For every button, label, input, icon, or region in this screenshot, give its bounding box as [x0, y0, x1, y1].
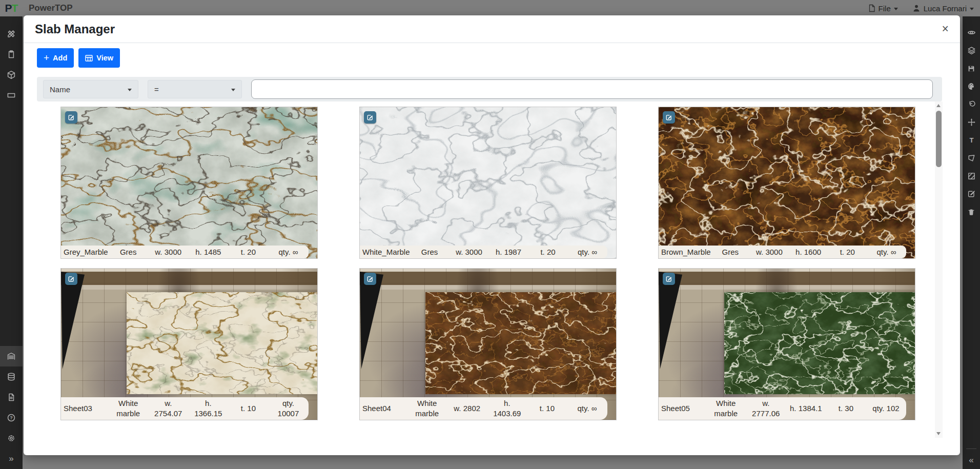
cube-icon — [7, 70, 16, 79]
edit-slab-button[interactable] — [364, 273, 376, 285]
slab-rectangle-button[interactable] — [0, 85, 23, 106]
slab-info-bar: White_Marble Gres w. 3000 h. 1987 t. 20 … — [360, 246, 607, 258]
slab-width: w. 2777.06 — [746, 398, 786, 419]
database-button[interactable] — [0, 366, 23, 387]
slab-card[interactable]: Sheet03 White marble w. 2754.07 h. 1366.… — [60, 268, 318, 420]
slab-info-bar: Grey_Marble Gres w. 3000 h. 1485 t. 20 q… — [61, 246, 309, 258]
edit-tool-button[interactable] — [963, 185, 980, 203]
app-logo: PT — [0, 2, 23, 14]
clipboard-icon — [7, 50, 16, 59]
topbar-right: File Luca Fornari — [868, 4, 980, 13]
slab-quantity: qty. ∞ — [867, 247, 906, 257]
slab-card[interactable]: Brown_Marble Gres w. 3000 h. 1600 t. 20 … — [658, 107, 915, 259]
slab-quantity: qty. ∞ — [268, 247, 308, 257]
edit-slab-button[interactable] — [65, 111, 77, 124]
layers-button[interactable] — [963, 42, 980, 59]
right-sidebar: T « — [963, 16, 980, 469]
chevrons-left-icon: « — [969, 455, 973, 465]
slab-card[interactable]: White_Marble Gres w. 3000 h. 1987 t. 20 … — [359, 107, 617, 259]
slab-name: Sheet04 — [360, 403, 407, 414]
slab-name: Grey_Marble — [61, 247, 108, 257]
app-title: PowerTOP — [29, 3, 73, 13]
plus-icon: + — [44, 53, 49, 63]
slab-name: Sheet03 — [61, 403, 108, 414]
slab-grid: Grey_Marble Gres w. 3000 h. 1485 t. 20 q… — [60, 107, 915, 420]
gear-icon — [7, 434, 16, 443]
materials-button[interactable] — [0, 65, 23, 85]
database-icon — [7, 372, 16, 381]
clipboard-button[interactable] — [0, 44, 23, 65]
filter-field-select[interactable]: Name — [43, 80, 138, 98]
filter-operator-value: = — [154, 85, 159, 94]
slab-width: w. 3000 — [148, 247, 188, 257]
file-icon — [868, 4, 875, 12]
design-tools-button[interactable] — [0, 24, 23, 44]
edit-slab-button[interactable] — [65, 273, 77, 285]
scroll-up-arrow[interactable] — [936, 104, 941, 107]
user-menu[interactable]: Luca Fornari — [912, 4, 974, 13]
edit-slab-button[interactable] — [663, 273, 675, 285]
edit-pencil-icon — [366, 114, 374, 121]
slab-height: h. 1600 — [789, 247, 828, 257]
toolbar: + Add View — [37, 48, 120, 68]
collapse-sidebar-button[interactable]: « — [963, 451, 980, 469]
chevron-down-icon — [128, 89, 132, 91]
chevron-down-icon — [894, 8, 898, 10]
slab-info-bar: Sheet03 White marble w. 2754.07 h. 1366.… — [61, 397, 309, 420]
delete-button[interactable] — [963, 203, 980, 221]
slab-thickness: t. 10 — [527, 403, 567, 414]
slab-card[interactable]: Sheet05 White marble w. 2777.06 h. 1384.… — [658, 268, 915, 420]
slab-info-bar: Brown_Marble Gres w. 3000 h. 1600 t. 20 … — [659, 246, 906, 258]
filter-operator-select[interactable]: = — [148, 80, 242, 98]
slab-thickness: t. 30 — [826, 403, 866, 414]
expand-sidebar-button[interactable]: » — [0, 448, 23, 469]
slab-height: h. 1485 — [188, 247, 228, 257]
close-button[interactable]: × — [942, 23, 949, 35]
undo-button[interactable] — [963, 95, 980, 113]
slab-quantity: qty. ∞ — [568, 247, 607, 257]
view-button-label: View — [96, 54, 113, 62]
user-icon — [912, 4, 921, 12]
slab-card[interactable]: Grey_Marble Gres w. 3000 h. 1485 t. 20 q… — [60, 107, 318, 259]
file-menu-label: File — [879, 4, 891, 13]
view-button[interactable]: View — [78, 48, 120, 68]
add-slab-button[interactable]: + Add — [37, 48, 74, 68]
slab-texture-image — [127, 292, 318, 394]
slab-quantity: qty. ∞ — [567, 403, 607, 414]
hatch-icon — [967, 172, 976, 180]
slab-width: w. 2802 — [447, 403, 487, 414]
edit-slab-button[interactable] — [663, 111, 675, 124]
sidebar-divider — [966, 448, 976, 449]
slab-card[interactable]: Sheet04 White marble w. 2802 h. 1403.69 … — [359, 268, 617, 420]
file-menu[interactable]: File — [868, 4, 898, 13]
rectangle-icon — [7, 91, 16, 100]
slab-name: Brown_Marble — [659, 247, 711, 257]
slab-manager-button[interactable] — [0, 346, 23, 366]
trash-icon — [967, 208, 975, 216]
move-button[interactable] — [963, 113, 980, 131]
shape-tool-button[interactable] — [963, 149, 980, 167]
palette-button[interactable] — [963, 77, 980, 95]
visibility-button[interactable] — [963, 24, 980, 42]
hatch-tool-button[interactable] — [963, 167, 980, 185]
filter-query-input[interactable] — [251, 79, 933, 99]
slab-width: w. 3000 — [750, 247, 789, 257]
slab-thickness: t. 20 — [828, 247, 867, 257]
help-icon: ? — [7, 413, 16, 422]
save-button[interactable] — [963, 59, 980, 77]
slab-material: Gres — [108, 247, 148, 257]
left-sidebar: ? » — [0, 16, 23, 469]
add-button-label: Add — [53, 54, 67, 62]
eye-icon — [967, 28, 976, 37]
scroll-down-arrow[interactable] — [936, 432, 941, 435]
table-icon — [85, 55, 93, 62]
documents-button[interactable] — [0, 387, 23, 407]
scrollbar-thumb[interactable] — [936, 111, 942, 167]
text-icon: T — [967, 136, 976, 145]
slab-texture-image — [61, 107, 317, 258]
help-button[interactable]: ? — [0, 407, 23, 428]
slab-info-bar: Sheet04 White marble w. 2802 h. 1403.69 … — [360, 397, 607, 420]
edit-slab-button[interactable] — [364, 111, 376, 124]
text-tool-button[interactable]: T — [963, 131, 980, 149]
settings-button[interactable] — [0, 428, 23, 448]
